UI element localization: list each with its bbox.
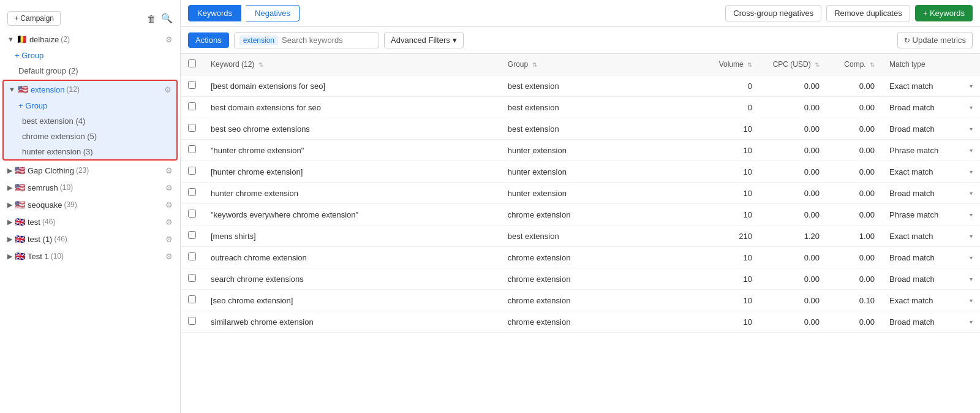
remove-duplicates-button[interactable]: Remove duplicates xyxy=(826,5,910,21)
advanced-filters-button[interactable]: Advanced Filters ▾ xyxy=(384,32,464,48)
match-type-dropdown-9[interactable]: ▾ xyxy=(970,276,973,282)
chevron-icon[interactable]: ▼ xyxy=(7,36,14,43)
match-type-dropdown-5[interactable]: ▾ xyxy=(970,190,973,197)
gear-icon-extension[interactable]: ⚙ xyxy=(164,85,172,94)
table-row: best domain extensions for seo best exte… xyxy=(181,97,980,118)
row-checkbox-9[interactable] xyxy=(188,274,196,282)
table-row: [hunter chrome extension] hunter extensi… xyxy=(181,161,980,183)
row-checkbox-8[interactable] xyxy=(188,252,196,260)
campaign-label-delhaize: delhaize xyxy=(29,35,59,44)
campaign-row-test1[interactable]: ▶ 🇬🇧 test (1) (46) ⚙ xyxy=(0,230,180,248)
row-checkbox-11[interactable] xyxy=(188,317,196,325)
campaign-row-test1-label[interactable]: ▶ 🇬🇧 Test 1 (10) ⚙ xyxy=(0,248,180,265)
campaign-row-extension[interactable]: ▼ 🇺🇸 extension (12) ⚙ xyxy=(4,81,176,98)
match-type-dropdown-10[interactable]: ▾ xyxy=(970,297,973,304)
campaign-row-test[interactable]: ▶ 🇬🇧 test (46) ⚙ xyxy=(0,213,180,230)
chevron-icon-seoquake[interactable]: ▶ xyxy=(7,201,12,209)
table-row: similarweb chrome extension chrome exten… xyxy=(181,311,980,333)
match-type-dropdown-2[interactable]: ▾ xyxy=(970,126,973,132)
add-group-extension[interactable]: + Group xyxy=(4,98,176,113)
campaign-row-gap[interactable]: ▶ 🇺🇸 Gap Clothing (23) ⚙ xyxy=(0,162,180,179)
add-group-delhaize[interactable]: + Group xyxy=(0,48,180,63)
gear-icon-test[interactable]: ⚙ xyxy=(165,218,173,227)
update-metrics-button[interactable]: ↻ Update metrics xyxy=(897,32,973,48)
match-type-dropdown-7[interactable]: ▾ xyxy=(970,233,973,240)
search-input[interactable] xyxy=(282,36,374,45)
match-type-dropdown-11[interactable]: ▾ xyxy=(970,319,973,325)
row-checkbox-cell xyxy=(181,75,203,97)
campaign-count-seoquake: (39) xyxy=(64,200,77,209)
row-match-0: Exact match ▾ xyxy=(882,75,980,97)
sort-cpc-icon[interactable]: ⇅ xyxy=(815,61,820,68)
gear-icon-delhaize[interactable]: ⚙ xyxy=(165,35,173,44)
sort-volume-icon[interactable]: ⇅ xyxy=(747,61,752,68)
header-comp-label: Comp. xyxy=(844,60,865,69)
match-type-dropdown-1[interactable]: ▾ xyxy=(970,104,973,111)
select-all-checkbox[interactable] xyxy=(188,59,196,67)
row-cpc-4: 0.00 xyxy=(760,161,827,183)
keywords-tab[interactable]: Keywords xyxy=(188,5,241,21)
row-checkbox-4[interactable] xyxy=(188,167,196,175)
actions-button[interactable]: Actions xyxy=(188,32,229,48)
campaign-row-seoquake[interactable]: ▶ 🇺🇸 seoquake (39) ⚙ xyxy=(0,196,180,213)
gear-icon-seoquake[interactable]: ⚙ xyxy=(165,200,173,210)
row-comp-9: 0.00 xyxy=(827,268,882,290)
campaign-item-test: ▶ 🇬🇧 test (46) ⚙ xyxy=(0,213,180,230)
match-type-label-11: Broad match xyxy=(889,317,935,327)
group-item-default[interactable]: Default group (2) xyxy=(0,63,180,78)
group-chrome-extension[interactable]: chrome extension (5) xyxy=(4,129,176,144)
row-cpc-6: 0.00 xyxy=(760,204,827,225)
campaign-item-delhaize: ▼ 🇧🇪 delhaize (2) ⚙ + Group Default grou… xyxy=(0,31,180,78)
gear-icon-test1[interactable]: ⚙ xyxy=(165,235,173,244)
chevron-icon-extension[interactable]: ▼ xyxy=(9,86,15,93)
match-type-dropdown-8[interactable]: ▾ xyxy=(970,254,973,261)
row-checkbox-3[interactable] xyxy=(188,145,196,153)
flag-icon-extension: 🇺🇸 xyxy=(18,85,28,94)
row-checkbox-cell xyxy=(181,204,203,225)
cross-group-negatives-button[interactable]: Cross-group negatives xyxy=(725,5,821,21)
add-keywords-button[interactable]: + Keywords xyxy=(915,5,973,21)
sort-comp-icon[interactable]: ⇅ xyxy=(870,61,875,68)
trash-icon[interactable]: 🗑 xyxy=(147,13,156,24)
gear-icon-gap[interactable]: ⚙ xyxy=(165,166,173,175)
row-comp-10: 0.10 xyxy=(827,290,882,311)
row-checkbox-5[interactable] xyxy=(188,188,196,196)
group-hunter-extension[interactable]: hunter extension (3) xyxy=(4,144,176,159)
search-icon[interactable]: 🔍 xyxy=(161,13,173,24)
row-checkbox-7[interactable] xyxy=(188,231,196,239)
row-checkbox-2[interactable] xyxy=(188,124,196,132)
negatives-tab[interactable]: Negatives xyxy=(246,5,300,21)
row-comp-7: 1.00 xyxy=(827,225,882,247)
chevron-icon-gap[interactable]: ▶ xyxy=(7,167,12,175)
row-checkbox-0[interactable] xyxy=(188,81,196,89)
match-type-dropdown-0[interactable]: ▾ xyxy=(970,83,973,89)
row-keyword-4: [hunter chrome extension] xyxy=(203,161,500,183)
chevron-icon-test1[interactable]: ▶ xyxy=(7,235,12,243)
chevron-icon-semrush[interactable]: ▶ xyxy=(7,184,12,192)
match-type-dropdown-4[interactable]: ▾ xyxy=(970,169,973,175)
table-row: search chrome extensions chrome extensio… xyxy=(181,268,980,290)
campaign-row-semrush[interactable]: ▶ 🇺🇸 semrush (10) ⚙ xyxy=(0,179,180,196)
row-keyword-1: best domain extensions for seo xyxy=(203,97,500,118)
row-volume-4: 10 xyxy=(698,161,760,183)
row-volume-5: 10 xyxy=(698,183,760,204)
gear-icon-semrush[interactable]: ⚙ xyxy=(165,183,173,192)
group-best-extension[interactable]: best extension (4) xyxy=(4,113,176,129)
row-checkbox-6[interactable] xyxy=(188,210,196,218)
campaign-label-extension: extension xyxy=(31,85,65,94)
row-volume-9: 10 xyxy=(698,268,760,290)
tab-group: Keywords Negatives xyxy=(188,5,300,21)
sort-keyword-icon[interactable]: ⇅ xyxy=(258,61,263,68)
match-type-dropdown-3[interactable]: ▾ xyxy=(970,147,973,154)
gear-icon-test1-label[interactable]: ⚙ xyxy=(165,252,173,261)
add-campaign-button[interactable]: + Campaign xyxy=(7,11,61,26)
campaign-row-delhaize[interactable]: ▼ 🇧🇪 delhaize (2) ⚙ xyxy=(0,31,180,48)
keywords-table: Keyword (12) ⇅ Group ⇅ Volume ⇅ CPC (U xyxy=(181,54,980,333)
chevron-icon-test[interactable]: ▶ xyxy=(7,218,12,226)
row-comp-1: 0.00 xyxy=(827,97,882,118)
match-type-dropdown-6[interactable]: ▾ xyxy=(970,211,973,218)
sort-group-icon[interactable]: ⇅ xyxy=(532,61,537,68)
row-checkbox-1[interactable] xyxy=(188,102,196,110)
row-checkbox-10[interactable] xyxy=(188,295,196,303)
chevron-icon-test1-label[interactable]: ▶ xyxy=(7,252,12,260)
